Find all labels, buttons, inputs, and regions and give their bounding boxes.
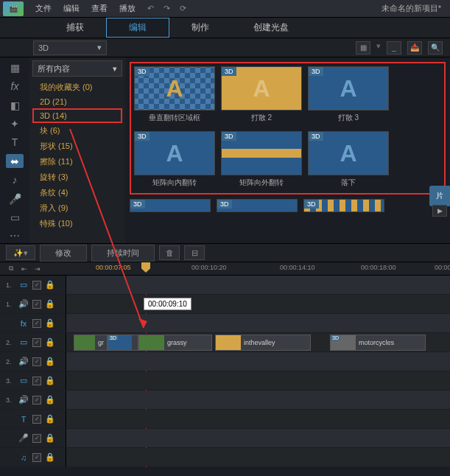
sidebar-item-rotate[interactable]: 旋转 (3): [32, 169, 122, 185]
thumb-item[interactable]: 3D: [303, 199, 384, 212]
thumb-item[interactable]: 3DA 打散 3: [308, 66, 389, 125]
filter-dropdown[interactable]: 3D ▾: [33, 41, 107, 55]
grid-view-icon[interactable]: ▦: [356, 41, 370, 55]
more-button[interactable]: ⊟: [184, 245, 205, 260]
menu-play[interactable]: 播放: [113, 3, 141, 14]
track-lock-icon[interactable]: 🔒: [45, 280, 55, 290]
search-icon[interactable]: 🔍: [428, 41, 443, 55]
thumb-item[interactable]: 3DA 矩阵向内翻转: [134, 131, 215, 190]
sidebar-item-shape[interactable]: 形状 (15): [32, 139, 122, 154]
voice-room-icon[interactable]: 🎤: [6, 192, 24, 206]
duration-button[interactable]: 持续时间: [91, 245, 155, 262]
track-header[interactable]: ♫ ✓ 🔒: [0, 448, 66, 466]
sidebar-item-slide[interactable]: 滑入 (9): [32, 200, 122, 216]
track-visible-checkbox[interactable]: ✓: [32, 453, 41, 462]
sidebar-item-3d[interactable]: 3D (14): [32, 108, 122, 123]
track-header[interactable]: 🎤 ✓ 🔒: [0, 429, 66, 447]
subtitle-room-icon[interactable]: ⋯: [6, 229, 24, 243]
track-visible-checkbox[interactable]: ✓: [32, 377, 41, 385]
track-header[interactable]: 1. 🔊 ✓ 🔒: [0, 295, 66, 313]
track-header[interactable]: 2. 🔊 ✓ 🔒: [0, 352, 66, 371]
thumb-item[interactable]: 3DA 垂直翻转区域框: [134, 66, 215, 125]
unlink-icon[interactable]: ⧉: [6, 264, 16, 274]
menu-edit[interactable]: 编辑: [57, 3, 85, 14]
size-slider-icon[interactable]: ⎯: [387, 41, 401, 55]
thumb-item[interactable]: 3D 矩阵向外翻转: [221, 131, 302, 190]
pip-room-icon[interactable]: ◧: [6, 98, 24, 112]
reload-icon[interactable]: ⟳: [177, 3, 189, 15]
track-header[interactable]: T ✓ 🔒: [0, 410, 66, 428]
track-lock-icon[interactable]: 🔒: [45, 357, 55, 367]
track-lock-icon[interactable]: 🔒: [45, 318, 55, 329]
track-content[interactable]: gr3D grassy inthevalley3D motorcycles: [66, 333, 450, 351]
title-room-icon[interactable]: T: [6, 136, 24, 150]
undo-icon[interactable]: ↶: [144, 3, 156, 15]
track-content[interactable]: [66, 371, 450, 390]
track-content[interactable]: [66, 391, 450, 409]
sidebar-item-favorites[interactable]: 我的收藏夹 (0): [32, 80, 122, 95]
track-header[interactable]: fx ✓ 🔒: [0, 314, 66, 332]
menu-file[interactable]: 文件: [29, 3, 57, 14]
thumb-item[interactable]: 3DA 落下: [308, 131, 389, 190]
timeline-clip[interactable]: inthevalley: [215, 335, 311, 351]
track-visible-checkbox[interactable]: ✓: [32, 434, 41, 443]
modify-button[interactable]: 修改: [40, 245, 87, 262]
redo-icon[interactable]: ↷: [161, 3, 172, 15]
thumb-item[interactable]: 3D: [130, 199, 211, 212]
thumb-item[interactable]: 3D: [217, 199, 298, 212]
transition-room-icon[interactable]: ⬌: [6, 154, 24, 168]
track-visible-checkbox[interactable]: ✓: [32, 281, 41, 290]
track-lock-icon[interactable]: 🔒: [45, 337, 55, 348]
timeline-clip[interactable]: grassy: [138, 335, 212, 351]
track-content[interactable]: [66, 295, 450, 313]
fx-room-icon[interactable]: fx: [6, 79, 24, 93]
delete-button[interactable]: 🗑: [159, 245, 180, 260]
track-visible-checkbox[interactable]: ✓: [32, 319, 41, 328]
track-visible-checkbox[interactable]: ✓: [32, 338, 41, 347]
sidebar-header[interactable]: 所有内容 ▾: [32, 60, 122, 77]
track-header[interactable]: 3. 🔊 ✓ 🔒: [0, 391, 66, 409]
media-room-icon[interactable]: ▦: [6, 60, 24, 74]
timeline-ruler[interactable]: ⧉ ⇤ ⇥ 00:00:07:0500:00:10:2000:00:14:100…: [0, 262, 450, 276]
goto-end-icon[interactable]: ⇥: [32, 264, 43, 274]
track-header[interactable]: 2. ▭ ✓ 🔒: [0, 333, 66, 351]
track-visible-checkbox[interactable]: ✓: [32, 300, 41, 309]
track-content[interactable]: [66, 352, 450, 371]
magic-tool-button[interactable]: ✨▾: [6, 245, 35, 260]
audio-room-icon[interactable]: ♪: [6, 172, 24, 186]
track-content[interactable]: [66, 276, 450, 294]
tab-produce[interactable]: 制作: [169, 18, 231, 37]
track-visible-checkbox[interactable]: ✓: [32, 415, 41, 424]
menu-view[interactable]: 查看: [85, 3, 113, 14]
tab-edit[interactable]: 编辑: [106, 18, 169, 38]
thumb-item[interactable]: 3DA 打散 2: [221, 66, 302, 125]
track-lock-icon[interactable]: 🔒: [45, 433, 55, 444]
track-lock-icon[interactable]: 🔒: [45, 395, 55, 405]
import-icon[interactable]: 📥: [407, 41, 422, 55]
track-lock-icon[interactable]: 🔒: [45, 414, 55, 424]
track-lock-icon[interactable]: 🔒: [45, 376, 55, 386]
track-visible-checkbox[interactable]: ✓: [32, 357, 41, 366]
goto-start-icon[interactable]: ⇤: [19, 264, 29, 274]
timeline-clip[interactable]: 3D motorcycles: [330, 335, 426, 351]
sidebar-item-2d[interactable]: 2D (21): [32, 95, 122, 108]
track-lock-icon[interactable]: 🔒: [45, 452, 55, 463]
track-content[interactable]: [66, 410, 450, 428]
track-visible-checkbox[interactable]: ✓: [32, 396, 41, 405]
timeline-clip[interactable]: gr: [74, 335, 108, 351]
track-header[interactable]: 3. ▭ ✓ 🔒: [0, 371, 66, 390]
track-lock-icon[interactable]: 🔒: [45, 299, 55, 309]
track-content[interactable]: [66, 429, 450, 447]
particle-room-icon[interactable]: ✦: [6, 116, 24, 130]
sidebar-item-block[interactable]: 块 (6): [32, 123, 122, 139]
ruler[interactable]: 00:00:07:0500:00:10:2000:00:14:1000:00:1…: [66, 262, 450, 276]
chapter-room-icon[interactable]: ▭: [6, 210, 24, 224]
tab-capture[interactable]: 捕获: [44, 18, 106, 37]
track-content[interactable]: [66, 314, 450, 332]
track-content[interactable]: [66, 448, 450, 466]
tab-disc[interactable]: 创建光盘: [231, 18, 311, 37]
play-button[interactable]: ▶: [432, 205, 447, 217]
track-header[interactable]: 1. ▭ ✓ 🔒: [0, 276, 66, 294]
sidebar-item-special[interactable]: 特殊 (10): [32, 216, 122, 231]
side-panel-toggle[interactable]: 片: [429, 186, 450, 206]
